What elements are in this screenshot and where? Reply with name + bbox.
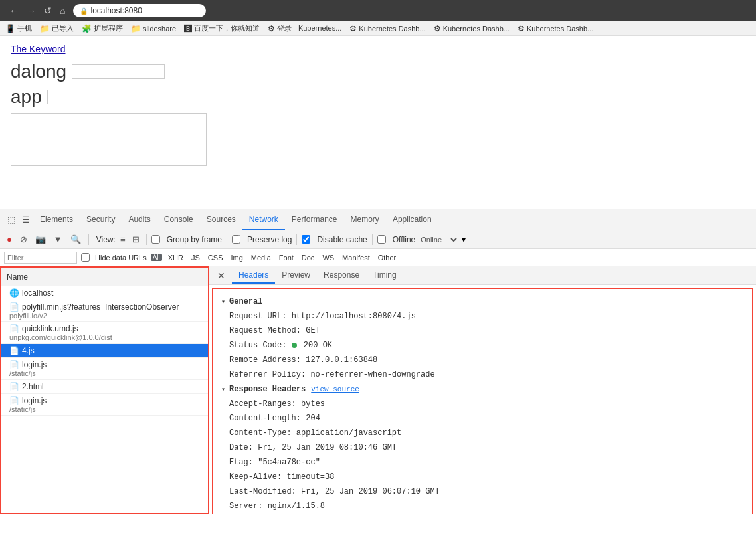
lock-icon: 🔒 <box>80 7 88 15</box>
file-list: Name 🌐 localhost 📄 polyfill.min.js?featu… <box>0 266 209 514</box>
list-item[interactable]: 🌐 localhost <box>1 286 208 300</box>
kubernetes-icon-3: ⚙ <box>434 24 441 33</box>
bookmark-k8s-4[interactable]: ⚙ Kubernetes Dashb... <box>518 24 593 33</box>
field-date: Date: Fri, 25 Jan 2019 08:10:46 GMT <box>221 440 744 455</box>
tab-response[interactable]: Response <box>317 268 366 284</box>
inspect-element-button[interactable]: ⬚ <box>4 212 19 227</box>
hide-data-urls-checkbox[interactable] <box>81 253 90 262</box>
response-content: General Request URL: http://localhost:80… <box>212 288 753 514</box>
tab-console[interactable]: Console <box>157 209 200 230</box>
home-button[interactable]: ⌂ <box>57 4 68 17</box>
group-by-frame-checkbox[interactable] <box>151 235 160 244</box>
file-subtext: polyfill.io/v2 <box>9 312 203 320</box>
forward-button[interactable]: → <box>24 4 39 17</box>
view-source-link[interactable]: view source <box>311 385 359 393</box>
devtools-main: Name 🌐 localhost 📄 polyfill.min.js?featu… <box>0 266 756 514</box>
tab-elements[interactable]: Elements <box>33 209 80 230</box>
file-name: 📄 quicklink.umd.js <box>9 324 203 333</box>
throttle-select[interactable]: Online Fast 3G Slow 3G Offline <box>418 235 459 244</box>
tab-headers[interactable]: Headers <box>232 268 275 284</box>
devtools-toolbar: ● ⊘ 📷 ▼ 🔍 View: ≡ ⊞ Group by frame Prese… <box>0 230 756 249</box>
devtools-tabs-bar: ⬚ ☰ Elements Security Audits Console Sou… <box>0 209 756 230</box>
address-text: localhost:8080 <box>90 6 142 15</box>
bookmark-phone[interactable]: 📱 手机 <box>5 23 32 33</box>
dalong-input[interactable] <box>72 64 165 79</box>
bookmark-extensions[interactable]: 🧩 扩展程序 <box>82 23 123 33</box>
tab-network[interactable]: Network <box>242 209 285 230</box>
filter-other[interactable]: Other <box>376 253 399 262</box>
bookmark-label: 手机 <box>17 23 32 33</box>
file-icon: 📄 <box>9 382 19 391</box>
back-button[interactable]: ← <box>7 4 21 17</box>
screenshot-button[interactable]: 📷 <box>33 233 48 246</box>
offline-checkbox[interactable] <box>377 235 386 244</box>
field-request-method: Request Method: GET <box>221 323 744 338</box>
content-box <box>11 113 207 166</box>
bookmark-k8s-2[interactable]: ⚙ Kubernetes Dashb... <box>349 24 425 33</box>
baidu-icon: 🅱 <box>184 24 192 33</box>
file-icon: 📄 <box>9 346 19 355</box>
filter-img[interactable]: Img <box>229 253 244 262</box>
list-item[interactable]: 📄 2.html <box>1 380 208 394</box>
keyword-link[interactable]: The Keyword <box>11 44 65 54</box>
divider-4 <box>296 234 297 245</box>
bookmark-k8s-1[interactable]: ⚙ 登录 - Kubernetes... <box>268 23 341 33</box>
tab-preview[interactable]: Preview <box>275 268 317 284</box>
tab-performance[interactable]: Performance <box>285 209 344 230</box>
close-panel-button[interactable]: ✕ <box>213 269 229 282</box>
list-view-button[interactable]: ≡ <box>118 234 128 245</box>
response-headers-section-header[interactable]: Response Headers <box>221 382 306 397</box>
file-name: 📄 2.html <box>9 382 203 391</box>
filter-button[interactable]: ▼ <box>51 233 65 246</box>
tab-memory[interactable]: Memory <box>344 209 386 230</box>
filter-manifest[interactable]: Manifest <box>340 253 372 262</box>
field-last-modified: Last-Modified: Fri, 25 Jan 2019 06:07:10… <box>221 484 744 499</box>
record-button[interactable]: ● <box>4 233 15 246</box>
preserve-log-checkbox[interactable] <box>232 235 240 244</box>
divider-2 <box>146 234 147 245</box>
tab-security[interactable]: Security <box>80 209 122 230</box>
filter-js[interactable]: JS <box>189 253 202 262</box>
devtools: ⬚ ☰ Elements Security Audits Console Sou… <box>0 209 756 514</box>
list-item[interactable]: 📄 quicklink.umd.js unpkg.com/quicklink@1… <box>1 322 208 344</box>
reload-button[interactable]: ↺ <box>41 4 54 17</box>
disable-cache-checkbox[interactable] <box>302 235 310 244</box>
extension-icon: 🧩 <box>82 24 92 33</box>
response-headers-row: Response Headers view source <box>221 382 744 397</box>
list-item[interactable]: 📄 login.js /static/js <box>1 358 208 380</box>
file-list-header: Name <box>1 268 208 286</box>
stop-button[interactable]: ⊘ <box>17 233 30 246</box>
tab-timing[interactable]: Timing <box>366 268 403 284</box>
filter-ws[interactable]: WS <box>320 253 336 262</box>
file-subtext: unpkg.com/quicklink@1.0.0/dist <box>9 333 203 341</box>
tab-application[interactable]: Application <box>386 209 438 230</box>
filter-css[interactable]: CSS <box>206 253 225 262</box>
app-input[interactable] <box>47 90 120 104</box>
bookmark-label: 百度一下，你就知道 <box>194 23 260 33</box>
filter-xhr[interactable]: XHR <box>166 253 185 262</box>
list-item[interactable]: 📄 login.js /static/js <box>1 394 208 416</box>
list-item[interactable]: 📄 polyfill.min.js?features=IntersectionO… <box>1 300 208 322</box>
filter-media[interactable]: Media <box>249 253 273 262</box>
tab-sources[interactable]: Sources <box>200 209 242 230</box>
bookmark-label: slideshare <box>143 25 176 33</box>
field-remote-address: Remote Address: 127.0.0.1:63848 <box>221 353 744 367</box>
list-item-4js[interactable]: 📄 4.js <box>1 344 208 358</box>
bookmark-label: Kubernetes Dashb... <box>359 25 425 33</box>
view-label: View: <box>96 235 116 244</box>
filter-doc[interactable]: Doc <box>300 253 317 262</box>
address-bar[interactable]: 🔒 localhost:8080 <box>73 4 206 17</box>
field-etag: Etag: "5c4aa78e-cc" <box>221 455 744 470</box>
bookmark-baidu[interactable]: 🅱 百度一下，你就知道 <box>184 23 260 33</box>
search-button[interactable]: 🔍 <box>68 233 84 246</box>
tab-audits[interactable]: Audits <box>122 209 157 230</box>
table-view-button[interactable]: ⊞ <box>130 234 142 245</box>
toggle-device-button[interactable]: ☰ <box>19 212 33 227</box>
filter-input[interactable] <box>4 252 77 264</box>
bookmark-k8s-3[interactable]: ⚙ Kubernetes Dashb... <box>434 24 510 33</box>
filter-font[interactable]: Font <box>277 253 296 262</box>
bookmark-label: 扩展程序 <box>94 23 123 33</box>
general-section-header[interactable]: General <box>221 294 744 309</box>
bookmark-imported[interactable]: 📁 已导入 <box>40 23 74 33</box>
bookmark-slideshare[interactable]: 📁 slideshare <box>131 24 176 33</box>
